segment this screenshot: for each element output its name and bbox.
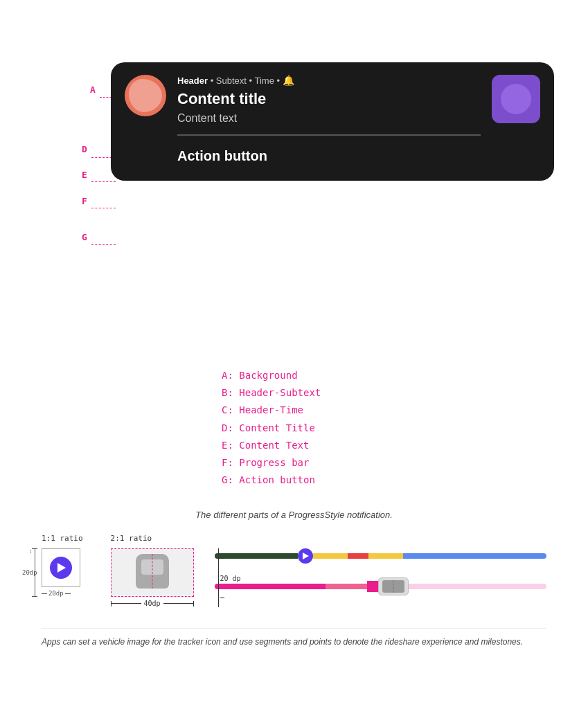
footer-caption: Apps can set a vehicle image for the tra… [42,628,546,648]
card-header-content: Header • Subtext • Time • 🔔 Content titl… [177,75,481,164]
card-thumbnail [492,75,540,123]
seg-blue [403,553,546,559]
card-header-meta: Header • Subtext • Time • 🔔 [177,75,481,86]
ratio-1-1-label: 1:1 ratio [42,534,83,543]
thumbnail-blob [501,84,531,114]
anno-D-label: D [82,144,87,154]
legend-item-b: B: Header-Subtext [222,384,546,402]
car-icon-body [382,580,404,593]
header-bold: Header [177,75,208,86]
seg-pink-right [409,584,546,589]
ratio-2-1-label: 2:1 ratio [111,534,194,543]
header-time: Time [255,75,274,86]
seg-pink-mid [326,584,367,589]
ratio-2-1-diagram: 2:1 ratio [111,534,194,607]
seg-dark [215,553,298,559]
anno-G-label: G [82,232,87,242]
progress-viz [215,534,546,595]
seg-play-button [298,548,313,564]
legend-section: A: Background B: Header-Subtext C: Heade… [222,367,546,489]
dim-right-label: 20 dp [220,574,241,582]
seg-yellow2 [368,553,403,559]
avatar-blob [129,79,162,112]
notification-card: Header • Subtext • Time • 🔔 Content titl… [111,62,554,181]
bell-icon: 🔔 [283,75,294,86]
card-content-text: Content text [177,112,481,125]
seg-yellow [313,553,348,559]
bottom-section: 1:1 ratio ↕ 20dp [42,534,546,607]
anno-E-label: E [82,170,87,180]
legend-item-c: C: Header-Time [222,402,546,419]
progress-bar-2 [215,578,546,595]
legend-item-g: G: Action button [222,472,546,489]
card-avatar [125,75,166,116]
car-top-view [128,554,177,591]
caption1: The different parts of a ProgressStyle n… [42,510,546,520]
card-progress-bar [177,134,481,136]
legend-item-a: A: Background [222,367,546,384]
seg-red [348,553,368,559]
dim-h-label: 20dp [48,590,64,597]
progress-bar-1 [215,548,546,564]
legend-item-e: E: Content Text [222,437,546,454]
legend-item-d: D: Content Title [222,420,546,437]
legend-item-f: F: Progress bar [222,454,546,472]
dim-bottom-label: 40dp [144,600,161,607]
card-content-title: Content title [177,90,481,108]
card-action-button: Action button [177,148,481,164]
seg-pink-left [215,584,326,589]
seg-square-pink [367,581,378,592]
ratio-2-1-box [111,548,194,597]
anno-F-label: F [82,196,87,206]
anno-A-label: A [90,84,96,95]
play-triangle [57,563,66,573]
play-triangle-icon [303,553,309,559]
seg-car-icon [378,577,409,595]
ratio-1-1-diagram: 1:1 ratio ↕ 20dp [42,534,83,597]
header-subtext: Subtext [216,75,247,86]
ratio-1-1-box [42,548,80,587]
ratio-diagrams: 1:1 ratio ↕ 20dp [42,534,194,607]
play-icon-circle-small [50,557,72,579]
